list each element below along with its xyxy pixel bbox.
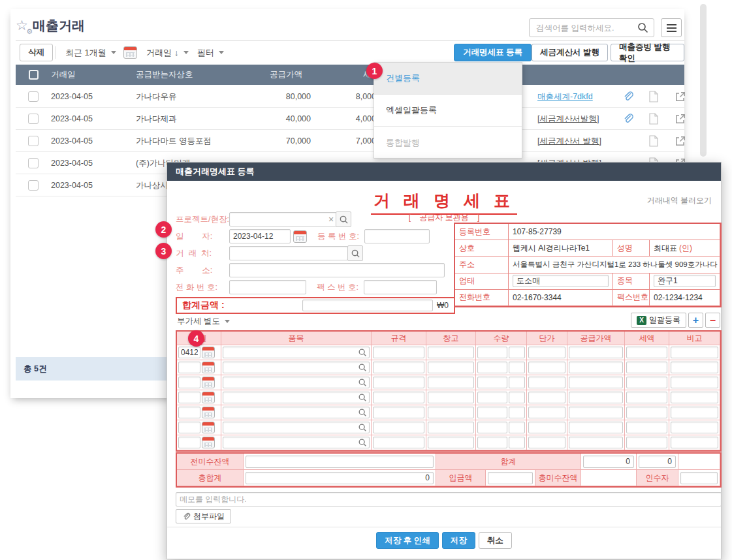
- item-qty-input[interactable]: [477, 437, 507, 448]
- supplier-bizitem-input[interactable]: [654, 275, 716, 287]
- row-checkbox[interactable]: [28, 91, 39, 102]
- table-row[interactable]: 2023-04-05 가나다마트 영등포점 70,000 7,000 [세금계산…: [16, 130, 684, 152]
- item-tax-input[interactable]: [626, 407, 667, 418]
- client-search-button[interactable]: [347, 245, 363, 261]
- item-unit-input[interactable]: [509, 407, 525, 418]
- item-spec-input[interactable]: [373, 392, 424, 403]
- total-amount-input[interactable]: [302, 300, 433, 311]
- save-button[interactable]: 저장: [442, 532, 475, 549]
- item-monthday-input[interactable]: [178, 347, 200, 358]
- item-unitprice-input[interactable]: [528, 347, 565, 358]
- period-dropdown[interactable]: 최근 1개월: [65, 44, 116, 61]
- grand-total-input[interactable]: [246, 472, 434, 484]
- total-supply-input[interactable]: [583, 456, 634, 468]
- regno-input[interactable]: [364, 229, 430, 243]
- item-name-input[interactable]: [223, 422, 370, 433]
- item-supply-input[interactable]: [569, 377, 623, 388]
- row-checkbox[interactable]: [28, 158, 39, 168]
- table-row[interactable]: 2023-04-05 가나다제과 40,000 4,000 [세금계산서발행]: [16, 108, 684, 130]
- item-spec-input[interactable]: [373, 437, 424, 448]
- item-monthday-input[interactable]: [178, 437, 200, 448]
- add-row-button[interactable]: +: [688, 313, 703, 328]
- calendar-icon[interactable]: [202, 437, 215, 448]
- item-unit-input[interactable]: [509, 377, 525, 388]
- item-warehouse-input[interactable]: [428, 437, 474, 448]
- export-icon[interactable]: [675, 91, 686, 104]
- calendar-icon[interactable]: [202, 362, 215, 373]
- fax-input[interactable]: [364, 280, 437, 294]
- delete-button[interactable]: 삭제: [20, 44, 53, 61]
- item-name-input[interactable]: [223, 407, 370, 418]
- item-unit-input[interactable]: [509, 362, 525, 373]
- excel-bulk-register-button[interactable]: X 일괄등록: [631, 313, 686, 328]
- deposit-input[interactable]: [488, 472, 533, 484]
- item-warehouse-input[interactable]: [428, 362, 474, 373]
- item-unit-input[interactable]: [509, 422, 525, 433]
- row-checkbox[interactable]: [28, 136, 39, 146]
- item-name-input[interactable]: [223, 392, 370, 403]
- save-and-print-button[interactable]: 저장 후 인쇄: [376, 532, 438, 549]
- item-qty-input[interactable]: [477, 377, 507, 388]
- item-qty-input[interactable]: [477, 407, 507, 418]
- item-tax-input[interactable]: [626, 347, 667, 358]
- prev-balance-input[interactable]: [246, 456, 434, 468]
- favorite-star-gear-icon[interactable]: ☆⚙: [16, 18, 31, 33]
- item-monthday-input[interactable]: [178, 392, 200, 403]
- row-checkbox[interactable]: [28, 180, 39, 191]
- item-spec-input[interactable]: [373, 377, 424, 388]
- item-unitprice-input[interactable]: [528, 377, 565, 388]
- item-monthday-input[interactable]: [178, 422, 200, 433]
- search-input[interactable]: [530, 23, 636, 33]
- statement-link[interactable]: [세금계산서발행]: [537, 114, 599, 125]
- export-icon[interactable]: [675, 113, 686, 127]
- item-unitprice-input[interactable]: [528, 422, 565, 433]
- filter-dropdown[interactable]: 필터: [197, 44, 224, 61]
- item-supply-input[interactable]: [569, 347, 623, 358]
- calendar-icon[interactable]: [202, 392, 215, 403]
- address-input[interactable]: [229, 263, 445, 277]
- statement-link[interactable]: [세금계산서 발행]: [537, 136, 601, 147]
- item-note-input[interactable]: [671, 362, 718, 373]
- calendar-icon[interactable]: [202, 377, 215, 388]
- item-note-input[interactable]: [671, 377, 718, 388]
- calendar-icon[interactable]: [202, 422, 215, 433]
- item-spec-input[interactable]: [373, 422, 424, 433]
- item-unit-input[interactable]: [509, 392, 525, 403]
- row-checkbox[interactable]: [28, 114, 39, 124]
- load-transaction-history-link[interactable]: 거래내역 불러오기: [647, 195, 712, 206]
- project-search-button[interactable]: [336, 211, 351, 227]
- remove-row-button[interactable]: −: [705, 313, 720, 328]
- item-tax-input[interactable]: [626, 437, 667, 448]
- item-monthday-input[interactable]: [178, 377, 200, 388]
- paperclip-icon[interactable]: [622, 113, 634, 127]
- item-tax-input[interactable]: [626, 392, 667, 403]
- item-warehouse-input[interactable]: [428, 347, 474, 358]
- item-monthday-input[interactable]: [178, 407, 200, 418]
- hamburger-menu-button[interactable]: [661, 18, 682, 37]
- calendar-icon[interactable]: [202, 347, 215, 358]
- menu-item-excel-bulk-register[interactable]: 엑셀일괄등록: [374, 95, 522, 127]
- vat-mode-dropdown[interactable]: 부가세 별도: [177, 316, 230, 327]
- item-note-input[interactable]: [671, 407, 718, 418]
- item-unit-input[interactable]: [509, 347, 525, 358]
- item-note-input[interactable]: [671, 347, 718, 358]
- item-qty-input[interactable]: [477, 392, 507, 403]
- export-icon[interactable]: [675, 135, 686, 149]
- item-name-input[interactable]: [223, 377, 370, 388]
- attach-file-button[interactable]: 첨부파일: [176, 509, 231, 523]
- total-tax-input[interactable]: [639, 456, 676, 468]
- sales-proof-button[interactable]: 매출증빙 발행확인: [611, 44, 684, 61]
- item-name-input[interactable]: [223, 437, 370, 448]
- client-input[interactable]: [229, 246, 348, 260]
- item-warehouse-input[interactable]: [428, 407, 474, 418]
- item-spec-input[interactable]: [373, 362, 424, 373]
- issue-tax-invoice-button[interactable]: 세금계산서 발행: [532, 44, 608, 61]
- item-unitprice-input[interactable]: [528, 437, 565, 448]
- register-statement-button[interactable]: 거래명세표 등록: [454, 44, 532, 61]
- statement-link[interactable]: 매출세계-7dkfd: [537, 91, 593, 102]
- project-input[interactable]: [229, 212, 339, 226]
- item-tax-input[interactable]: [626, 362, 667, 373]
- table-row[interactable]: 2023-04-05 가나다우유 80,000 8,000 매출세계-7dkfd: [16, 86, 684, 108]
- item-warehouse-input[interactable]: [428, 377, 474, 388]
- item-note-input[interactable]: [671, 392, 718, 403]
